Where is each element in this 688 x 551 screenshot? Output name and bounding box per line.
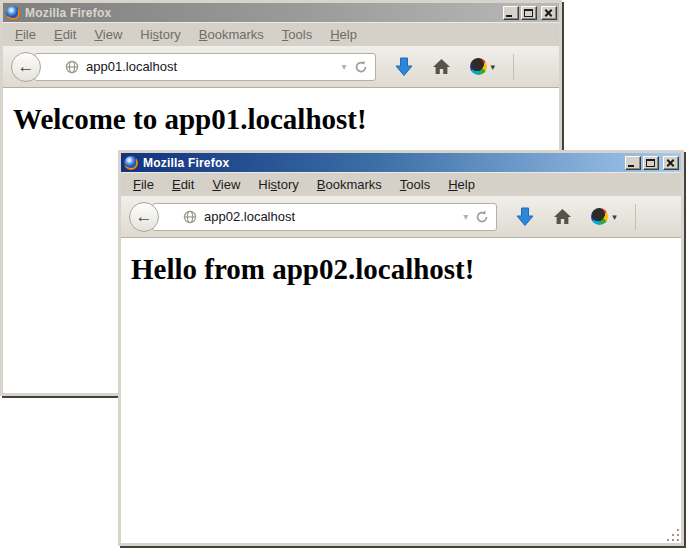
url-dropdown-icon[interactable]: ▾ (456, 211, 475, 222)
menu-view[interactable]: View (203, 174, 249, 195)
menu-file[interactable]: File (6, 24, 45, 45)
menu-view[interactable]: View (85, 24, 131, 45)
close-button[interactable] (541, 6, 557, 20)
menu-history[interactable]: History (131, 24, 189, 45)
home-icon (553, 208, 572, 225)
page-heading: Hello from app02.localhost! (131, 253, 681, 286)
url-dropdown-icon[interactable]: ▾ (334, 61, 353, 72)
back-arrow-icon: ← (18, 57, 35, 77)
addon-button[interactable]: ▾ (470, 58, 496, 75)
menu-file[interactable]: File (124, 174, 163, 195)
globe-icon (183, 210, 197, 224)
home-button[interactable] (432, 58, 451, 75)
firefox-logo-icon (6, 6, 20, 20)
maximize-icon (646, 159, 655, 167)
chevron-down-icon: ▾ (612, 212, 617, 222)
menu-help[interactable]: Help (321, 24, 366, 45)
globe-icon (65, 60, 79, 74)
reload-icon[interactable] (354, 60, 368, 74)
back-button[interactable]: ← (129, 202, 159, 232)
home-icon (432, 58, 451, 75)
back-arrow-icon: ← (136, 207, 153, 227)
back-button[interactable]: ← (11, 52, 41, 82)
url-bar[interactable]: app01.localhost ▾ (34, 53, 376, 81)
download-button[interactable] (516, 207, 534, 227)
menu-history[interactable]: History (249, 174, 307, 195)
colorwheel-icon (470, 58, 487, 75)
menu-tools[interactable]: Tools (273, 24, 321, 45)
menu-edit[interactable]: Edit (45, 24, 85, 45)
window-title: Mozilla Firefox (143, 156, 623, 170)
maximize-icon (524, 9, 533, 17)
minimize-button[interactable] (625, 156, 641, 170)
url-bar[interactable]: app02.localhost ▾ (152, 203, 497, 231)
firefox-logo-icon (124, 156, 138, 170)
titlebar[interactable]: Mozilla Firefox (121, 153, 681, 172)
download-arrow-icon (395, 57, 413, 77)
resize-grip[interactable] (666, 528, 679, 541)
menu-bookmarks[interactable]: Bookmarks (308, 174, 391, 195)
minimize-icon (506, 15, 512, 17)
menu-bar: File Edit View History Bookmarks Tools H… (3, 22, 559, 46)
window-title: Mozilla Firefox (25, 6, 501, 20)
titlebar[interactable]: Mozilla Firefox (3, 3, 559, 22)
chevron-down-icon: ▾ (491, 62, 496, 72)
url-text[interactable]: app02.localhost (204, 209, 456, 224)
minimize-icon (628, 165, 634, 167)
toolbar-separator (635, 204, 636, 230)
maximize-button[interactable] (521, 6, 537, 20)
menu-tools[interactable]: Tools (391, 174, 439, 195)
page-content: Hello from app02.localhost! (121, 238, 681, 543)
navigation-toolbar: ← app02.localhost ▾ ▾ (121, 196, 681, 238)
navigation-toolbar: ← app01.localhost ▾ ▾ (3, 46, 559, 88)
url-text[interactable]: app01.localhost (86, 59, 334, 74)
menu-bar: File Edit View History Bookmarks Tools H… (121, 172, 681, 196)
menu-help[interactable]: Help (439, 174, 484, 195)
maximize-button[interactable] (643, 156, 659, 170)
toolbar-separator (513, 54, 514, 80)
page-heading: Welcome to app01.localhost! (13, 103, 559, 136)
colorwheel-icon (591, 208, 608, 225)
addon-button[interactable]: ▾ (591, 208, 617, 225)
download-button[interactable] (395, 57, 413, 77)
browser-window-app02[interactable]: Mozilla Firefox File Edit View History B… (118, 150, 684, 546)
menu-bookmarks[interactable]: Bookmarks (190, 24, 273, 45)
close-button[interactable] (663, 156, 679, 170)
home-button[interactable] (553, 208, 572, 225)
minimize-button[interactable] (503, 6, 519, 20)
download-arrow-icon (516, 207, 534, 227)
reload-icon[interactable] (475, 210, 489, 224)
menu-edit[interactable]: Edit (163, 174, 203, 195)
